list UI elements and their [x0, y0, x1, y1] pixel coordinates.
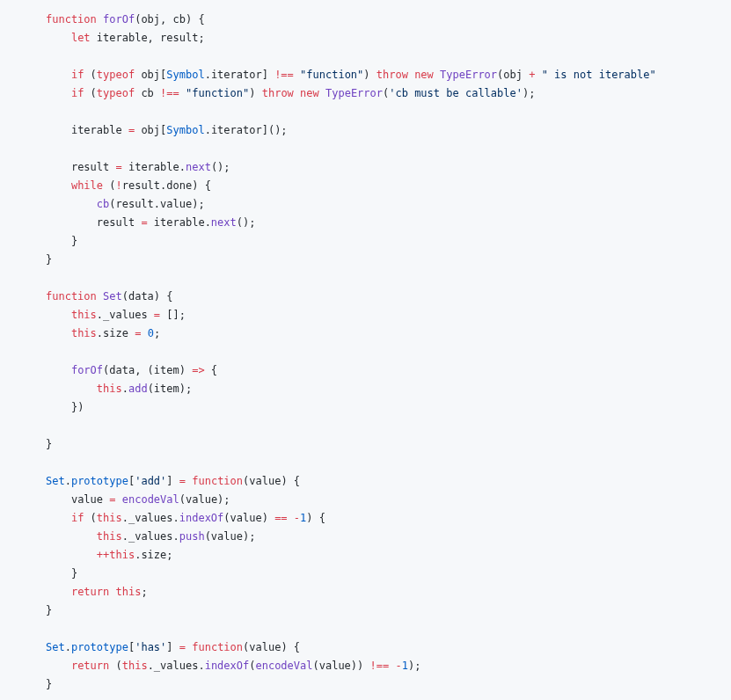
code-line: this.add(item);	[46, 383, 192, 395]
code-line: Set.prototype['has'] = function(value) {	[46, 641, 300, 653]
code-line: }	[46, 253, 52, 266]
code-line: })	[46, 401, 84, 413]
code-line: if (typeof obj[Symbol.iterator] !== "fun…	[46, 69, 656, 81]
code-line: value = encodeVal(value);	[46, 493, 230, 506]
code-line: return this;	[46, 586, 148, 598]
code-line: return (this._values.indexOf(encodeVal(v…	[46, 660, 420, 672]
code-line: let iterable, result;	[46, 32, 205, 44]
code-line: result = iterable.next();	[46, 161, 230, 173]
code-line: forOf(data, (item) => {	[46, 364, 217, 376]
code-line: while (!result.done) {	[46, 179, 211, 192]
code-line: }	[46, 604, 52, 616]
code-line: this._values = [];	[46, 309, 186, 321]
code-line: this.size = 0;	[46, 327, 160, 339]
code-line: Set.prototype['add'] = function(value) {	[46, 475, 300, 487]
code-line: function Set(data) {	[46, 290, 173, 303]
code-line: }	[46, 567, 77, 580]
code-line: }	[46, 438, 52, 450]
code-block: function forOf(obj, cb) { let iterable, …	[0, 0, 731, 700]
code-line: ++this.size;	[46, 549, 173, 561]
code-line: result = iterable.next();	[46, 216, 255, 229]
code-line: cb(result.value);	[46, 198, 205, 210]
code-line: function forOf(obj, cb) {	[46, 13, 205, 26]
code-line: }	[46, 235, 77, 247]
code-line: iterable = obj[Symbol.iterator]();	[46, 124, 288, 136]
code-line: }	[46, 678, 52, 690]
code-line: this._values.push(value);	[46, 530, 255, 543]
code-line: if (typeof cb !== "function") throw new …	[46, 87, 535, 99]
code-line: if (this._values.indexOf(value) == -1) {	[46, 512, 325, 524]
